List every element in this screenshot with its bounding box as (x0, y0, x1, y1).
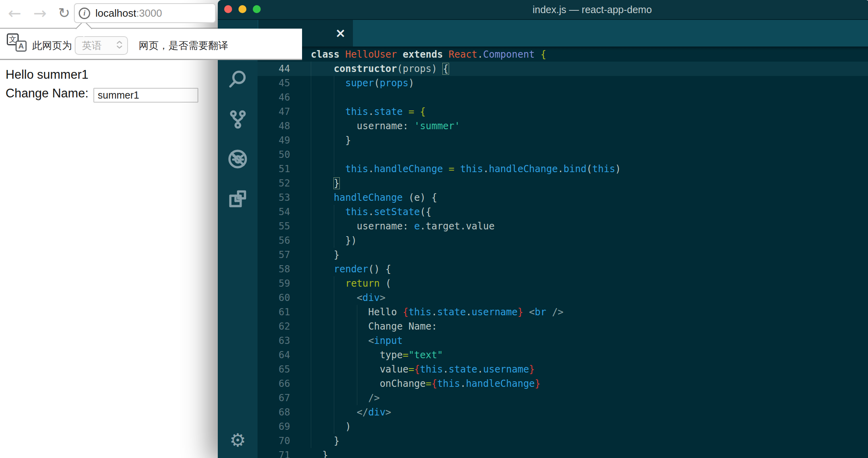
name-input[interactable] (93, 88, 198, 103)
code-line[interactable]: 55 username: e.target.value (258, 219, 868, 233)
debug-disabled-icon[interactable] (218, 139, 258, 179)
indent-guide (311, 147, 311, 162)
code-line[interactable]: 61 Hello {this.state.username} <br /> (258, 305, 868, 319)
tab-strip: index.js × (258, 20, 868, 47)
line-number[interactable]: 49 (258, 133, 290, 147)
line-number[interactable]: 64 (258, 348, 290, 362)
line-number[interactable]: 44 (258, 62, 290, 76)
code-line[interactable]: 60 <div> (258, 291, 868, 305)
window-title: index.js — react-app-demo (218, 0, 868, 19)
code-text: <div> (311, 291, 386, 305)
select-stepper-icon (116, 41, 122, 49)
indent-guide (334, 147, 334, 162)
line-number[interactable]: 52 (258, 176, 290, 190)
line-number[interactable]: 67 (258, 391, 290, 405)
search-icon[interactable] (218, 60, 258, 99)
line-number[interactable]: 68 (258, 405, 290, 419)
line-number[interactable]: 46 (258, 90, 290, 105)
code-text: type="text" (311, 348, 443, 362)
line-number[interactable]: 53 (258, 190, 290, 205)
code-text: class HelloUser extends React.Component … (311, 47, 546, 62)
code-line[interactable]: 56 }) (258, 233, 868, 248)
line-number[interactable]: 71 (258, 448, 290, 458)
code-text: } (311, 133, 351, 147)
code-editor[interactable]: 43class HelloUser extends React.Componen… (258, 47, 868, 458)
code-line[interactable]: 49 } (258, 133, 868, 147)
line-number[interactable]: 66 (258, 376, 290, 391)
line-number[interactable]: 51 (258, 162, 290, 176)
indent-guide (311, 90, 311, 105)
hello-heading: Hello summer1 (6, 68, 88, 82)
line-number[interactable]: 61 (258, 305, 290, 319)
line-number[interactable]: 50 (258, 147, 290, 162)
line-number[interactable]: 60 (258, 291, 290, 305)
vscode-titlebar[interactable]: index.js — react-app-demo (218, 0, 868, 19)
code-line[interactable]: 68 </div> (258, 405, 868, 419)
code-line[interactable]: 66 onChange={this.handleChange} (258, 376, 868, 391)
code-line[interactable]: 53 handleChange (e) { (258, 190, 868, 205)
page-info-icon[interactable]: i (79, 8, 90, 19)
code-line[interactable]: 57 } (258, 248, 868, 262)
line-number[interactable]: 54 (258, 205, 290, 219)
line-number[interactable]: 55 (258, 219, 290, 233)
code-line[interactable]: 43class HelloUser extends React.Componen… (258, 47, 868, 62)
line-number[interactable]: 59 (258, 276, 290, 291)
code-line[interactable]: 70 } (258, 434, 868, 448)
tab-close-icon[interactable]: × (335, 27, 346, 39)
line-number[interactable]: 45 (258, 76, 290, 90)
code-text: <input (311, 334, 403, 348)
line-number[interactable]: 62 (258, 319, 290, 334)
back-icon[interactable]: ← (8, 5, 21, 21)
code-text: constructor(props) { (311, 62, 449, 76)
line-number[interactable]: 69 (258, 419, 290, 434)
code-text: } (311, 248, 339, 262)
code-line[interactable]: 63 <input (258, 334, 868, 348)
code-line[interactable]: 51 this.handleChange = this.handleChange… (258, 162, 868, 176)
settings-gear-icon[interactable]: ⚙ (218, 425, 258, 455)
code-line[interactable]: 54 this.setState({ (258, 205, 868, 219)
line-number[interactable]: 65 (258, 362, 290, 376)
url-text[interactable]: localhost:3000 (95, 7, 162, 19)
indent-guide (334, 90, 334, 105)
code-line[interactable]: 44 constructor(props) { (258, 62, 868, 76)
line-number[interactable]: 58 (258, 262, 290, 276)
line-number[interactable]: 63 (258, 334, 290, 348)
code-line[interactable]: 52 } (258, 176, 868, 190)
code-line[interactable]: 71 } (258, 448, 868, 458)
code-line[interactable]: 47 this.state = { (258, 105, 868, 119)
forward-icon[interactable]: → (33, 5, 47, 21)
code-text: Change Name: (311, 319, 437, 334)
language-selected: 英语 (82, 39, 102, 52)
code-line[interactable]: 58 render() { (258, 262, 868, 276)
code-line[interactable]: 64 type="text" (258, 348, 868, 362)
code-text: handleChange (e) { (311, 190, 437, 205)
code-line[interactable]: 48 username: 'summer' (258, 119, 868, 133)
line-number[interactable]: 48 (258, 119, 290, 133)
source-control-icon[interactable] (218, 99, 258, 139)
code-line[interactable]: 62 Change Name: (258, 319, 868, 334)
code-line[interactable]: 59 return ( (258, 276, 868, 291)
translate-infobar: 文 A 此网页为 英语 网页，是否需要翻译 (0, 29, 302, 60)
code-line[interactable]: 69 ) (258, 419, 868, 434)
url-host: localhost (95, 7, 136, 19)
code-line[interactable]: 46 (258, 90, 868, 105)
code-text: } (311, 448, 328, 458)
language-select[interactable]: 英语 (75, 36, 128, 55)
code-line[interactable]: 50 (258, 147, 868, 162)
line-number[interactable]: 56 (258, 233, 290, 248)
code-line[interactable]: 67 /> (258, 391, 868, 405)
translate-prefix-label: 此网页为 (32, 39, 72, 52)
code-line[interactable]: 45 super(props) (258, 76, 868, 90)
code-text: value={this.state.username} (311, 362, 535, 376)
line-number[interactable]: 70 (258, 434, 290, 448)
line-number[interactable]: 57 (258, 248, 290, 262)
code-text: } (311, 434, 339, 448)
url-bar[interactable]: i localhost:3000 (74, 3, 216, 23)
translate-icon-front: A (15, 41, 27, 52)
code-line[interactable]: 65 value={this.state.username} (258, 362, 868, 376)
reload-icon[interactable]: ↻ (58, 6, 70, 20)
line-number[interactable]: 47 (258, 105, 290, 119)
editor-group: index.js × 43class HelloUser extends Rea… (258, 20, 868, 458)
extensions-icon[interactable] (218, 179, 258, 219)
screen: ← → ↻ i localhost:3000 文 A 此网页为 英语 (0, 0, 868, 458)
